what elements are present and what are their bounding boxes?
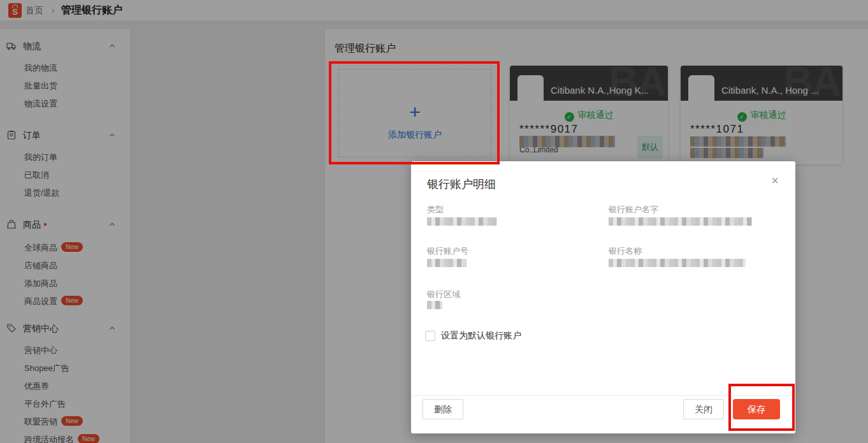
default-account-checkbox[interactable] bbox=[425, 331, 435, 341]
redacted-account-number-value bbox=[427, 259, 467, 267]
redacted-account-name-value bbox=[609, 217, 752, 226]
bank-account-detail-modal: 银行账户明细 × 类型 银行账户名字 银行账户号 银行名称 银行区域 设置为默认… bbox=[411, 161, 795, 433]
default-account-checkbox-label: 设置为默认银行账户 bbox=[441, 330, 521, 342]
close-icon[interactable]: × bbox=[771, 174, 779, 187]
close-button[interactable]: 关闭 bbox=[683, 399, 724, 419]
field-label-bank-region: 银行区域 bbox=[427, 289, 460, 300]
save-button[interactable]: 保存 bbox=[733, 399, 780, 419]
field-label-type: 类型 bbox=[427, 204, 444, 215]
field-label-account-name: 银行账户名字 bbox=[609, 204, 658, 215]
field-label-account-number: 银行账户号 bbox=[427, 245, 468, 257]
redacted-type-value bbox=[427, 217, 497, 226]
field-label-bank-name: 银行名称 bbox=[609, 245, 642, 257]
redacted-bank-name-value bbox=[609, 259, 746, 267]
footer-divider bbox=[411, 395, 795, 396]
seller-center-page: S 首页 › 管理银行账户 物流 我的物流 批量出货 物流设置 bbox=[0, 0, 868, 443]
delete-button[interactable]: 删除 bbox=[423, 399, 463, 419]
modal-title: 银行账户明细 bbox=[427, 177, 496, 192]
redacted-bank-region-value bbox=[427, 301, 442, 309]
